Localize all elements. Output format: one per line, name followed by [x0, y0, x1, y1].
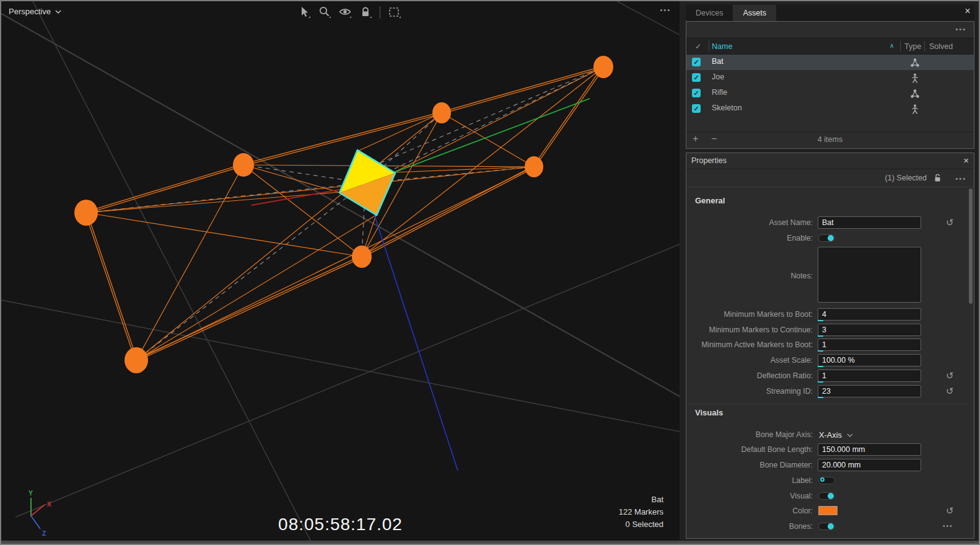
column-header-solved[interactable]: Solved [929, 42, 953, 51]
min-markers-boot-row: Minimum Markers to Boot: [690, 308, 970, 321]
enable-row: Enable: [690, 232, 970, 245]
viewport-toolbar [297, 5, 402, 20]
assets-pane: ••• ✓ Name ∧ Type Solved ✓Bat✓Joe✓Rifle✓… [686, 21, 974, 149]
edited-indicator [818, 397, 823, 398]
default-bone-length-row: Default Bone Length: [690, 443, 970, 456]
chevron-down-icon [847, 433, 853, 437]
magnifier-icon [317, 5, 332, 20]
marquee-rect-icon [387, 5, 402, 20]
properties-close-button[interactable]: × [963, 155, 969, 166]
viewport-3d-scene[interactable]: YXZ [1, 1, 680, 541]
edited-indicator [818, 335, 823, 337]
rigid-body-icon [909, 57, 921, 68]
asset-name-field[interactable] [818, 216, 921, 229]
bone-diameter-field[interactable] [818, 459, 921, 471]
asset-row[interactable]: ✓Bat [686, 55, 974, 70]
asset-name: Bat [712, 57, 724, 66]
visual-toggle-row: Visual: [690, 490, 970, 503]
asset-checkbox[interactable]: ✓ [692, 73, 701, 82]
properties-menu-button[interactable]: ••• [955, 175, 966, 182]
streaming-id-field[interactable] [818, 385, 921, 397]
status-marker-count: 122 Markers [619, 506, 663, 518]
asset-row[interactable]: ✓Skeleton [686, 101, 974, 117]
rigid-body-icon [909, 88, 921, 99]
min-markers-boot-field[interactable] [818, 308, 921, 321]
revert-icon[interactable]: ↺ [946, 386, 954, 397]
edited-indicator [818, 381, 823, 383]
asset-checkbox[interactable]: ✓ [692, 89, 701, 97]
skeleton-icon [909, 73, 921, 84]
asset-name: Rifle [712, 88, 727, 97]
asset-checkbox[interactable]: ✓ [692, 104, 701, 113]
color-swatch[interactable] [818, 506, 838, 515]
lock-icon [358, 5, 373, 20]
panel-tabs: Devices Assets [686, 5, 974, 21]
column-header-name[interactable]: Name [712, 42, 732, 51]
asset-row[interactable]: ✓Rifle [686, 86, 974, 101]
section-divider [689, 404, 969, 404]
asset-scale-field[interactable] [818, 354, 921, 366]
label-toggle[interactable] [818, 477, 835, 484]
svg-text:Y: Y [28, 489, 33, 497]
skeleton-icon [909, 104, 921, 115]
cursor-icon [297, 5, 312, 20]
revert-icon[interactable]: ↺ [946, 370, 954, 381]
viewport-menu-button[interactable]: ••• [660, 6, 671, 14]
viewport-topbar: Perspective [1, 1, 680, 24]
side-panel-area: Devices Assets × ••• ✓ Name ∧ Type Solve… [680, 1, 979, 540]
default-bone-length-field[interactable] [818, 443, 921, 456]
revert-icon[interactable]: ↺ [946, 505, 954, 516]
column-header-type[interactable]: Type [904, 42, 921, 51]
min-active-markers-boot-field[interactable] [818, 339, 921, 351]
tab-assets[interactable]: Assets [733, 5, 776, 21]
assets-table-body: ✓Bat✓Joe✓Rifle✓Skeleton [686, 55, 974, 117]
notes-row: Notes: [690, 247, 970, 304]
min-active-markers-boot-row: Minimum Active Markers to Boot: [690, 339, 970, 352]
panel-close-button[interactable]: × [961, 5, 974, 17]
bones-menu-button[interactable]: ••• [943, 523, 953, 529]
marquee-select-tool-button[interactable] [387, 5, 402, 20]
assets-toolbar: ••• [686, 22, 974, 38]
properties-titlebar: Properties × [686, 153, 974, 169]
asset-name-row: Asset Name: ↺ [690, 216, 970, 229]
sort-ascending-icon: ∧ [890, 42, 894, 49]
3d-viewport[interactable]: YXZ Perspective [1, 1, 680, 541]
status-asset-name: Bat [619, 494, 663, 506]
notes-field[interactable] [818, 247, 921, 303]
min-markers-continue-field[interactable] [818, 324, 921, 336]
check-column-icon: ✓ [695, 42, 701, 51]
properties-title: Properties [691, 156, 727, 165]
section-general: General [695, 196, 725, 205]
status-selected-count: 0 Selected [619, 518, 663, 531]
visibility-tool-button[interactable] [338, 5, 352, 20]
asset-scale-row: Asset Scale: [690, 354, 970, 367]
bone-major-axis-dropdown[interactable]: X-Axis [819, 430, 853, 440]
tab-devices[interactable]: Devices [686, 5, 733, 21]
asset-row[interactable]: ✓Joe [686, 70, 974, 86]
edited-indicator [818, 320, 823, 321]
camera-view-label: Perspective [9, 7, 51, 16]
revert-icon[interactable]: ↺ [946, 217, 954, 228]
assets-footer: + − 4 items [686, 131, 974, 148]
label-toggle-row: Label: [690, 474, 970, 487]
unlock-icon[interactable] [934, 174, 942, 185]
section-visuals: Visuals [695, 408, 723, 417]
visual-toggle[interactable] [818, 492, 835, 500]
bones-toggle[interactable] [818, 523, 835, 530]
asset-checkbox[interactable]: ✓ [692, 58, 701, 66]
select-tool-button[interactable] [297, 5, 312, 20]
selection-lock-tool-button[interactable] [358, 5, 373, 20]
deflection-ratio-row: Deflection Ratio: ↺ [690, 370, 970, 383]
edited-indicator [818, 366, 823, 367]
svg-text:X: X [47, 500, 51, 508]
zoom-tool-button[interactable] [317, 5, 332, 20]
min-markers-continue-row: Minimum Markers to Continue: [690, 324, 970, 337]
eye-icon [338, 5, 352, 20]
deflection-ratio-field[interactable] [818, 370, 921, 382]
timecode-display: 08:05:58:17.02 [1, 515, 680, 534]
asset-name: Skeleton [712, 104, 742, 112]
camera-view-dropdown[interactable]: Perspective [9, 7, 61, 16]
properties-subheader: (1) Selected ••• [686, 169, 974, 187]
enable-toggle[interactable] [818, 234, 835, 242]
assets-menu-button[interactable]: ••• [955, 25, 966, 33]
